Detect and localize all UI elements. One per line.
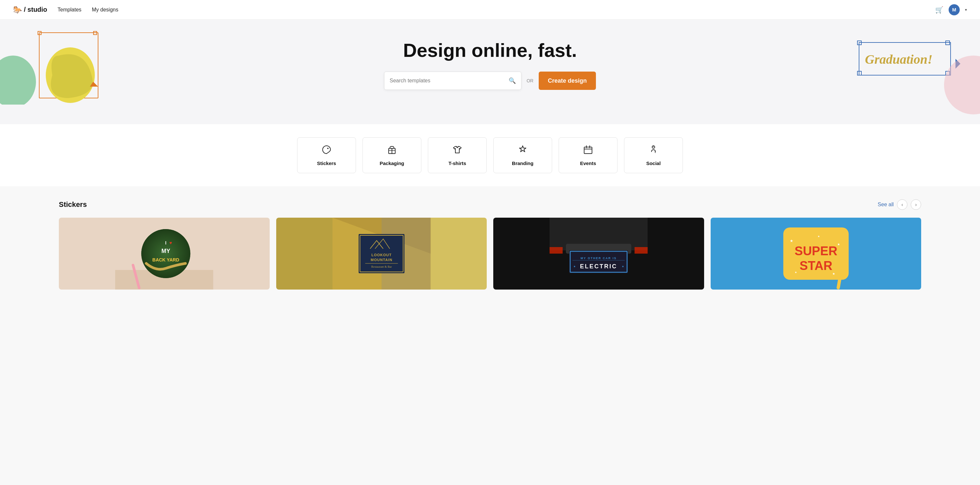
svg-text:Graduation!: Graduation! <box>865 52 932 67</box>
user-dropdown-arrow[interactable]: ▾ <box>965 8 967 12</box>
see-all-stickers[interactable]: See all <box>878 202 894 208</box>
navbar-right: 🛒 M ▾ <box>935 4 967 15</box>
search-icon: 🔍 <box>509 77 516 84</box>
social-label: Social <box>646 161 661 166</box>
search-box: 🔍 <box>384 72 521 90</box>
svg-text:★: ★ <box>573 265 576 268</box>
create-design-button[interactable]: Create design <box>539 72 596 90</box>
svg-text:ELECTRIC: ELECTRIC <box>580 263 617 270</box>
branding-label: Branding <box>512 161 533 166</box>
svg-text:Restaurant & Bar: Restaurant & Bar <box>371 265 391 268</box>
stickers-label: Stickers <box>317 161 336 166</box>
stickers-grid: I ♥ MY BACK YARD <box>59 218 921 289</box>
categories-section: Stickers Packaging T-shirts <box>0 124 980 186</box>
hero-section: Graduation! Design online, fast. 🔍 OR Cr… <box>0 20 980 124</box>
logo-text: / studio <box>24 6 47 13</box>
hero-search-row: 🔍 OR Create design <box>6 72 974 90</box>
category-events[interactable]: Events <box>558 137 617 173</box>
svg-point-5 <box>0 56 36 105</box>
events-label: Events <box>580 161 596 166</box>
navbar-left: 🐎 / studio Templates My designs <box>13 6 118 14</box>
category-branding[interactable]: Branding <box>493 137 552 173</box>
tshirts-label: T-shirts <box>449 161 466 166</box>
next-arrow[interactable]: › <box>911 199 921 210</box>
svg-rect-44 <box>549 247 563 254</box>
svg-text:I: I <box>165 240 166 245</box>
or-label: OR <box>527 78 533 83</box>
svg-text:★: ★ <box>818 235 820 238</box>
stickers-nav: See all ‹ › <box>878 199 921 210</box>
svg-rect-45 <box>635 247 648 254</box>
social-icon <box>648 145 659 157</box>
hero-deco-pink-blob <box>928 52 980 118</box>
nav-templates[interactable]: Templates <box>57 7 81 13</box>
stickers-header: Stickers See all ‹ › <box>59 199 921 210</box>
branding-icon <box>517 145 528 157</box>
category-tshirts[interactable]: T-shirts <box>428 137 487 173</box>
categories-grid: Stickers Packaging T-shirts <box>59 137 921 173</box>
sticker-card-1[interactable]: I ♥ MY BACK YARD <box>59 218 270 289</box>
sticker-card-2[interactable]: LOOKOUT MOUNTAIN Restaurant & Bar <box>276 218 487 289</box>
sticker-card-3[interactable]: MY OTHER CAR IS ELECTRIC ★ ★ <box>493 218 704 289</box>
svg-rect-19 <box>584 147 592 154</box>
category-social[interactable]: Social <box>624 137 683 173</box>
sticker-card-4[interactable]: ★ ★ ★ ★ ★ SUPER STAR <box>711 218 921 289</box>
stickers-title: Stickers <box>59 200 87 209</box>
logo[interactable]: 🐎 / studio <box>13 6 47 14</box>
stickers-section: Stickers See all ‹ › <box>0 186 980 303</box>
svg-text:BACK YARD: BACK YARD <box>152 257 179 262</box>
svg-point-14 <box>327 148 329 149</box>
hero-deco-green <box>0 39 59 105</box>
svg-text:SUPER: SUPER <box>794 244 837 258</box>
stickers-icon <box>321 145 332 157</box>
svg-text:★: ★ <box>832 272 835 275</box>
svg-text:STAR: STAR <box>799 259 832 273</box>
svg-rect-49 <box>573 260 625 261</box>
svg-text:★: ★ <box>622 265 624 268</box>
nav-my-designs[interactable]: My designs <box>92 7 118 13</box>
svg-text:MOUNTAIN: MOUNTAIN <box>371 258 392 262</box>
cart-icon[interactable]: 🛒 <box>935 6 943 14</box>
packaging-label: Packaging <box>380 161 404 166</box>
svg-text:★: ★ <box>837 243 840 246</box>
svg-point-13 <box>944 56 980 114</box>
svg-rect-46 <box>569 250 628 273</box>
tshirts-icon <box>452 145 463 157</box>
svg-text:LOOKOUT: LOOKOUT <box>371 253 391 257</box>
category-stickers[interactable]: Stickers <box>297 137 356 173</box>
events-icon <box>583 145 593 157</box>
category-packaging[interactable]: Packaging <box>363 137 422 173</box>
packaging-icon <box>387 145 397 157</box>
navbar: 🐎 / studio Templates My designs 🛒 M ▾ <box>0 0 980 20</box>
svg-text:MY: MY <box>161 248 170 254</box>
svg-text:★: ★ <box>795 271 797 274</box>
logo-icon: 🐎 <box>13 6 22 14</box>
svg-text:♥: ♥ <box>169 240 172 245</box>
svg-text:MY OTHER CAR IS: MY OTHER CAR IS <box>581 256 617 260</box>
search-input[interactable] <box>390 78 509 84</box>
prev-arrow[interactable]: ‹ <box>897 199 907 210</box>
user-avatar[interactable]: M <box>949 4 960 15</box>
hero-title: Design online, fast. <box>6 39 974 61</box>
svg-text:★: ★ <box>790 239 793 243</box>
